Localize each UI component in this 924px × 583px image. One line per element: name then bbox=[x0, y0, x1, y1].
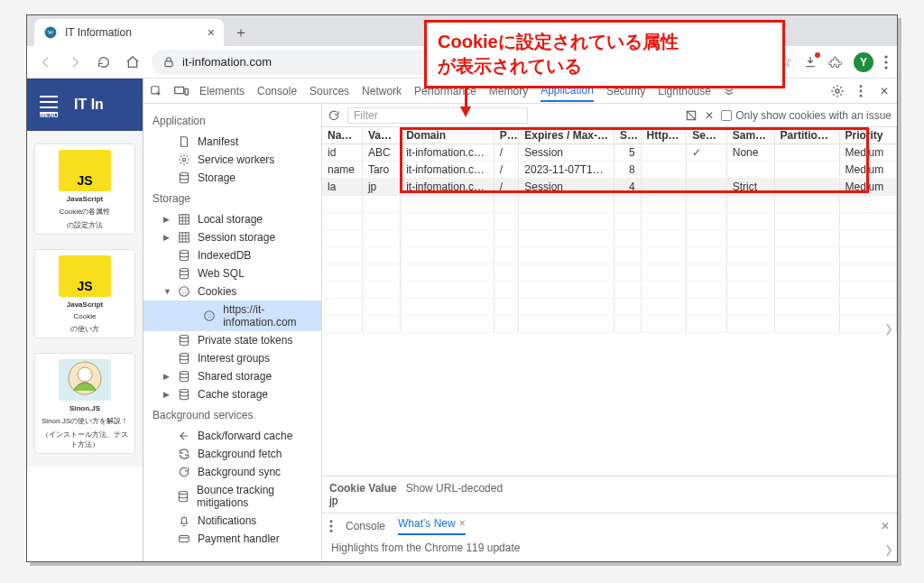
sidebar-item[interactable]: Notifications bbox=[143, 512, 321, 530]
sidebar-item[interactable]: Background fetch bbox=[143, 445, 321, 463]
expand-icon: ▶ bbox=[163, 215, 171, 224]
col-header[interactable]: Priority bbox=[839, 127, 897, 144]
devtools-tab-network[interactable]: Network bbox=[362, 81, 402, 101]
sidebar-item[interactable]: ▶Session storage bbox=[143, 228, 321, 246]
inspect-icon[interactable] bbox=[149, 84, 163, 98]
col-header[interactable]: Size bbox=[614, 127, 642, 144]
col-header[interactable]: Value bbox=[362, 127, 400, 144]
show-decoded-checkbox[interactable]: Show URL-decoded bbox=[406, 482, 503, 495]
resize-handle-icon[interactable] bbox=[884, 320, 895, 338]
drawer-highlight-text: Highlights from the Chrome 119 update bbox=[331, 541, 520, 554]
sidebar-item[interactable]: ▶Cache storage bbox=[143, 385, 321, 403]
col-header[interactable]: Expires / Max-Age bbox=[519, 127, 614, 144]
table-row[interactable] bbox=[322, 196, 897, 213]
table-row[interactable] bbox=[322, 264, 897, 282]
svg-point-11 bbox=[836, 89, 839, 93]
drawer-close-icon[interactable]: ✕ bbox=[881, 520, 890, 532]
tab-close-icon[interactable]: × bbox=[208, 25, 215, 40]
sidebar-item-label: Bounce tracking mitigations bbox=[197, 484, 312, 509]
browser-tab[interactable]: W IT Information × bbox=[34, 19, 224, 46]
close-icon[interactable]: × bbox=[459, 517, 466, 530]
drawer-kebab-icon[interactable] bbox=[329, 520, 333, 532]
sidebar-item[interactable]: ▼Cookies bbox=[143, 282, 321, 301]
device-toggle-icon[interactable] bbox=[174, 84, 189, 98]
table-row[interactable] bbox=[322, 299, 897, 316]
svg-point-12 bbox=[860, 85, 863, 88]
col-header[interactable]: HttpOnly bbox=[641, 127, 687, 144]
sidebar-item[interactable]: ▶Shared storage bbox=[143, 367, 321, 385]
sidebar-item[interactable]: Private state tokens bbox=[143, 331, 321, 349]
avatar-letter: Y bbox=[860, 56, 867, 69]
back-button[interactable] bbox=[36, 52, 56, 72]
sidebar-item[interactable]: https://it-infomation.com bbox=[143, 301, 321, 331]
col-header[interactable]: Secure bbox=[687, 127, 726, 144]
download-icon[interactable] bbox=[803, 55, 818, 69]
article-card[interactable]: JSJavaScriptCookieの各属性の設定方法 bbox=[34, 143, 135, 235]
col-header[interactable]: Partition Key bbox=[774, 127, 839, 144]
sidebar-item[interactable]: Interest groups bbox=[143, 349, 321, 367]
svg-point-28 bbox=[210, 314, 211, 315]
sidebar-item[interactable]: ▶Local storage bbox=[143, 210, 321, 228]
refresh-icon[interactable] bbox=[328, 109, 340, 122]
devtools-tab-elements[interactable]: Elements bbox=[199, 81, 245, 101]
col-header[interactable]: Name bbox=[322, 127, 362, 144]
col-header[interactable]: Path bbox=[494, 127, 518, 144]
sidebar-item-label: IndexedDB bbox=[198, 249, 251, 262]
resize-handle-icon[interactable] bbox=[884, 541, 895, 560]
settings-icon[interactable] bbox=[830, 84, 845, 98]
forward-button[interactable] bbox=[65, 52, 85, 72]
sidebar-item[interactable]: Bounce tracking mitigations bbox=[143, 481, 321, 512]
extensions-icon[interactable] bbox=[828, 55, 843, 69]
table-row[interactable]: idABCit-infomation.com/Session5✓NoneMedi… bbox=[322, 144, 897, 162]
devtools-close-icon[interactable]: ✕ bbox=[877, 84, 892, 98]
table-row[interactable]: lajpit-infomation.com/Session4StrictMedi… bbox=[322, 179, 897, 196]
devtools-tab-sources[interactable]: Sources bbox=[310, 81, 349, 101]
drawer-tab-what-s-new[interactable]: What's New× bbox=[398, 517, 466, 535]
reload-button[interactable] bbox=[94, 52, 114, 72]
devtools-kebab-icon[interactable] bbox=[854, 84, 868, 98]
clear-filter-icon[interactable] bbox=[685, 109, 698, 122]
sidebar-item-label: Session storage bbox=[198, 231, 275, 244]
svg-point-29 bbox=[208, 317, 209, 318]
table-row[interactable]: nameTaroit-infomation.com/2023-11-07T19:… bbox=[322, 162, 897, 179]
sidebar-item[interactable]: Manifest bbox=[143, 133, 321, 151]
sidebar-item-label: Service workers bbox=[198, 153, 274, 166]
table-row[interactable] bbox=[322, 316, 897, 333]
sidebar-item[interactable]: Payment handler bbox=[143, 530, 321, 548]
article-card[interactable]: JSJavaScriptCookieの使い方 bbox=[34, 249, 135, 338]
devtools-application-sidebar[interactable]: ApplicationManifestService workersStorag… bbox=[143, 104, 322, 561]
sidebar-item[interactable]: Storage bbox=[143, 169, 321, 187]
table-row[interactable] bbox=[322, 213, 897, 230]
gear-icon bbox=[178, 153, 190, 166]
cookie-icon bbox=[178, 285, 190, 298]
sidebar-item[interactable]: Service workers bbox=[143, 151, 321, 169]
delete-cookie-icon[interactable]: ✕ bbox=[705, 109, 714, 122]
sidebar-item[interactable]: Background sync bbox=[143, 463, 321, 481]
devtools-drawer-tabs: ConsoleWhat's New×✕ bbox=[322, 513, 897, 538]
sidebar-item[interactable]: IndexedDB bbox=[143, 246, 321, 264]
table-row[interactable] bbox=[322, 247, 897, 264]
sidebar-item-label: Payment handler bbox=[198, 532, 280, 545]
only-issues-checkbox[interactable]: Only show cookies with an issue bbox=[721, 109, 892, 122]
filter-input[interactable]: Filter bbox=[347, 107, 528, 124]
sidebar-item[interactable]: Back/forward cache bbox=[143, 427, 321, 445]
card-text: Sinon.JSの使い方を解説！ bbox=[42, 416, 128, 426]
svg-rect-10 bbox=[185, 88, 188, 95]
devtools-tab-console[interactable]: Console bbox=[257, 81, 297, 101]
sidebar-item[interactable]: Web SQL bbox=[143, 264, 321, 282]
col-header[interactable]: SameSite bbox=[726, 127, 774, 144]
table-row[interactable] bbox=[322, 230, 897, 247]
col-header[interactable]: Domain bbox=[401, 127, 494, 144]
cookies-table[interactable]: NameValueDomainPathExpires / Max-AgeSize… bbox=[322, 127, 897, 333]
article-card[interactable]: Sinon.JSSinon.JSの使い方を解説！（インストール方法、テスト方法） bbox=[34, 353, 135, 454]
new-tab-button[interactable]: ＋ bbox=[229, 21, 253, 44]
drawer-tab-console[interactable]: Console bbox=[346, 520, 385, 532]
site-title: IT In bbox=[74, 97, 104, 113]
home-button[interactable] bbox=[123, 52, 143, 72]
hamburger-menu-button[interactable]: MENU bbox=[36, 92, 61, 117]
browser-window: ― ☐ ✕ W IT Information × ＋ bbox=[26, 14, 898, 562]
kebab-menu-icon[interactable] bbox=[884, 55, 888, 69]
avatar[interactable]: Y bbox=[854, 52, 873, 72]
devtools-drawer-body: Highlights from the Chrome 119 update bbox=[322, 538, 897, 561]
table-row[interactable] bbox=[322, 282, 897, 299]
